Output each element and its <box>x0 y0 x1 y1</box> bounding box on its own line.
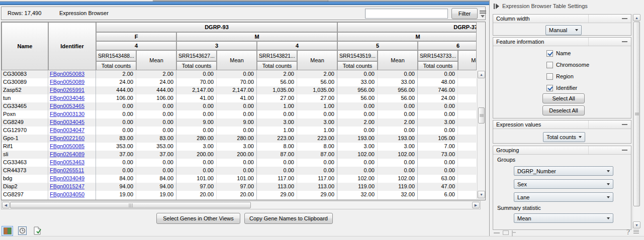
table-row[interactable]: MlfFBgn0034051333.00333.00241.00241.0026… <box>2 199 476 200</box>
mean-header[interactable]: Mean <box>297 50 337 70</box>
table-row[interactable]: CG30083FBgn00500832.002.000.000.002.002.… <box>2 70 476 78</box>
identifier-link[interactable]: FBgn0265511 <box>50 167 84 173</box>
table-view-icon[interactable] <box>2 226 13 236</box>
collapse-section-icon[interactable] <box>622 124 627 125</box>
mean-header[interactable]: Mean <box>378 50 418 70</box>
view-settings-icon[interactable] <box>633 230 639 235</box>
identifier-link[interactable]: FBgn0034046 <box>50 95 84 101</box>
table-row[interactable]: bdgFBgn003404984.0084.00101.00101.00117.… <box>2 175 476 183</box>
collapse-panel-icon[interactable] <box>494 4 499 9</box>
identifier-link[interactable]: FBgn0003130 <box>50 111 84 117</box>
section-header[interactable]: Column width <box>493 15 631 23</box>
feature-checkbox-row[interactable]: Region <box>546 73 574 80</box>
horizontal-scroll-thumb[interactable] <box>10 202 251 208</box>
collapse-section-icon[interactable] <box>622 41 627 42</box>
scroll-up-arrow[interactable]: ▲ <box>478 71 485 78</box>
identifier-link[interactable]: FBgn0034045 <box>50 119 84 125</box>
scroll-down-arrow[interactable]: ▼ <box>633 221 640 228</box>
feature-checkbox-row[interactable]: Identifier <box>546 84 577 91</box>
identifier-link[interactable]: FBgn0015247 <box>50 183 84 189</box>
mean-header[interactable]: Mean <box>136 50 176 70</box>
table-row[interactable]: CG33465FBgn00534650.000.000.000.001.001.… <box>2 102 476 110</box>
minimize-panel-icon[interactable] <box>494 232 500 233</box>
table-row[interactable]: CR44373FBgn02655110.000.000.000.000.000.… <box>2 167 476 175</box>
identifier-link[interactable]: FBgn0265991 <box>50 87 84 93</box>
identifier-link[interactable]: FBgn0034047 <box>50 127 84 133</box>
section-header[interactable]: Feature information <box>493 38 631 46</box>
identifier-link[interactable]: FBgn0050083 <box>50 71 84 77</box>
table-row[interactable]: CG33463FBgn00534630.000.000.000.000.000.… <box>2 159 476 167</box>
column-width-dropdown[interactable]: Manual <box>545 25 582 35</box>
mean-header[interactable]: Mean <box>217 50 257 70</box>
expression-values-dropdown[interactable]: Total counts <box>543 132 585 142</box>
sample-header[interactable]: SRR1543488... <box>96 50 136 61</box>
table-row[interactable]: CG12970FBgn00340470.000.000.000.001.001.… <box>2 127 476 135</box>
identifier-link[interactable]: FBgn0050089 <box>50 79 84 85</box>
scroll-down-arrow[interactable]: ▼ <box>478 191 485 198</box>
copy-gene-names-button[interactable]: Copy Gene Names to Clipboard <box>244 213 333 224</box>
collapse-section-icon[interactable] <box>622 150 627 151</box>
table-row[interactable]: Rif1FBgn0050085353.00353.003.003.008.008… <box>2 143 476 151</box>
table-row[interactable]: CG8249FBgn00340450.000.009.009.003.003.0… <box>2 118 476 127</box>
filter-button[interactable]: Filter <box>451 8 478 19</box>
table-row[interactable]: PoxnFBgn00031300.000.000.000.000.000.000… <box>2 110 476 118</box>
element-info-view-icon[interactable] <box>32 226 43 236</box>
total-counts-header[interactable]: Total counts <box>257 61 297 70</box>
table-vertical-scrollbar[interactable]: ▲ ▼ <box>477 71 485 198</box>
column-header-name[interactable]: Name <box>2 22 48 70</box>
table-row[interactable]: Gpo-1FBgn002216083.0083.00280.00280.0022… <box>2 135 476 143</box>
identifier-link[interactable]: FBgn0034051 <box>50 199 84 200</box>
dock-panel-icon[interactable] <box>512 230 513 236</box>
table-row[interactable]: Zasp52FBgn0265991444.00444.002,147.002,1… <box>2 86 476 94</box>
select-all-button[interactable]: Select All <box>542 93 585 103</box>
sample-header[interactable]: SRR1543519... <box>337 50 378 61</box>
total-counts-header[interactable]: Total counts <box>96 61 136 70</box>
deselect-all-button[interactable]: Deselect All <box>542 105 585 115</box>
panel-vertical-scrollbar[interactable]: ▲ ▼ <box>632 14 640 229</box>
checkbox-name[interactable] <box>546 50 553 57</box>
identifier-link[interactable]: FBgn0022160 <box>50 135 84 141</box>
table-row[interactable]: Diap2FBgn001524794.0094.0097.0097.00113.… <box>2 183 476 191</box>
column-header-identifier[interactable]: Identifier <box>48 22 96 70</box>
float-panel-icon[interactable] <box>503 230 509 235</box>
table-row[interactable]: CG8297FBgn003405019.0019.0020.0020.0029.… <box>2 191 476 199</box>
section-header[interactable]: Grouping <box>493 146 631 155</box>
identifier-link[interactable]: FBgn0053463 <box>50 159 84 165</box>
group-dropdown-lane[interactable]: Lane <box>514 192 613 202</box>
table-horizontal-scrollbar[interactable]: ◀ ▶ <box>1 201 481 209</box>
scroll-right-arrow[interactable]: ▶ <box>472 202 480 208</box>
group-dropdown-dgrp_number[interactable]: DGRP_Number <box>514 166 613 176</box>
sample-header[interactable]: SRR1543821... <box>257 50 297 61</box>
sample-header[interactable]: SRR1543627... <box>176 50 217 61</box>
total-counts-header[interactable]: Total counts <box>176 61 217 70</box>
identifier-link[interactable]: FBgn0034049 <box>50 175 84 181</box>
filter-input[interactable] <box>365 9 448 19</box>
checkbox-chromosome[interactable] <box>546 62 553 68</box>
scroll-up-arrow[interactable]: ▲ <box>633 14 640 21</box>
group-dropdown-sex[interactable]: Sex <box>514 179 613 189</box>
help-icon[interactable]: ? <box>626 228 630 236</box>
sample-header[interactable]: SRR1543733... <box>418 50 458 61</box>
identifier-link[interactable]: FBgn0050085 <box>50 143 84 149</box>
identifier-link[interactable]: FBgn0034050 <box>50 191 84 197</box>
identifier-link[interactable]: FBgn0264089 <box>50 151 84 157</box>
checkbox-region[interactable] <box>546 73 553 80</box>
mean-header[interactable]: Mean <box>458 50 476 70</box>
collapse-section-icon[interactable] <box>622 18 627 19</box>
checkbox-identifier[interactable] <box>546 85 553 91</box>
summary-statistic-dropdown[interactable]: Mean <box>514 213 613 223</box>
section-header[interactable]: Expression values <box>493 121 631 129</box>
panel-scroll-thumb[interactable] <box>633 22 640 206</box>
total-counts-header[interactable]: Total counts <box>418 61 458 70</box>
table-row[interactable]: tunFBgn0034046106.00106.0041.0041.0027.0… <box>2 94 476 102</box>
filter-options-icon[interactable] <box>479 10 487 18</box>
total-counts-header[interactable]: Total counts <box>337 61 378 70</box>
select-genes-button[interactable]: Select Genes in Other Views <box>156 213 240 224</box>
identifier-link[interactable]: FBgn0053465 <box>50 103 84 109</box>
table-row[interactable]: CG30089FBgn005008924.0024.0070.0070.0056… <box>2 78 476 86</box>
feature-checkbox-row[interactable]: Name <box>546 50 571 57</box>
table-row[interactable]: sliFBgn026408937.0037.00200.00200.0087.0… <box>2 151 476 159</box>
scroll-left-arrow[interactable]: ◀ <box>2 202 10 208</box>
feature-checkbox-row[interactable]: Chromosome <box>546 61 589 68</box>
vertical-scroll-thumb[interactable] <box>478 107 485 124</box>
